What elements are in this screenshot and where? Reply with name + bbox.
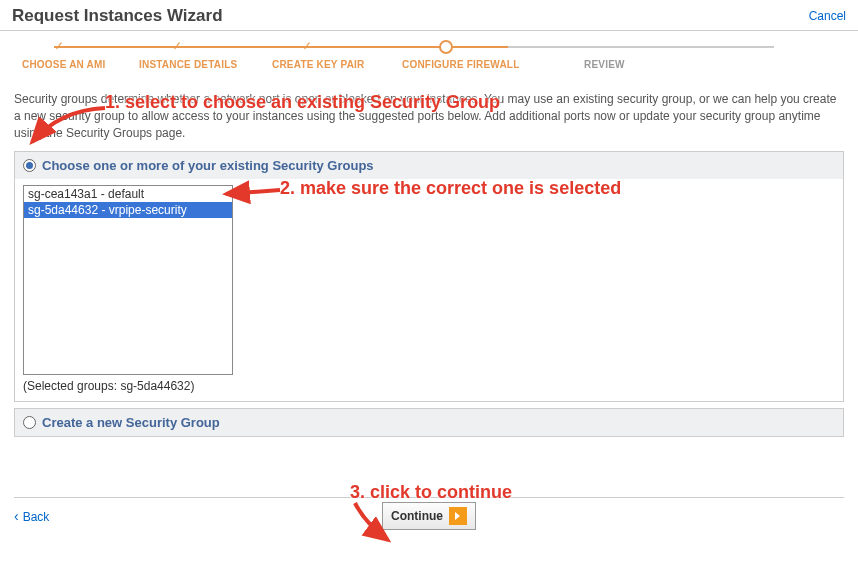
- existing-sg-header[interactable]: Choose one or more of your existing Secu…: [15, 152, 843, 179]
- wizard-footer: Back Continue: [0, 498, 858, 534]
- description-text: Security groups determine whether a netw…: [0, 81, 858, 147]
- list-item[interactable]: sg-cea143a1 - default: [24, 186, 232, 202]
- create-sg-header[interactable]: Create a new Security Group: [15, 409, 843, 436]
- step-ami[interactable]: CHOOSE AN AMI: [22, 59, 106, 70]
- step-firewall[interactable]: CONFIGURE FIREWALL: [402, 59, 519, 70]
- continue-label: Continue: [391, 509, 443, 523]
- current-step-dot: [439, 40, 453, 54]
- existing-sg-title: Choose one or more of your existing Secu…: [42, 158, 374, 173]
- existing-sg-panel: Choose one or more of your existing Secu…: [14, 151, 844, 402]
- wizard-title: Request Instances Wizard: [12, 6, 223, 26]
- create-sg-title: Create a new Security Group: [42, 415, 220, 430]
- cancel-link[interactable]: Cancel: [809, 9, 846, 23]
- wizard-header: Request Instances Wizard Cancel: [0, 0, 858, 31]
- back-link[interactable]: Back: [14, 508, 49, 524]
- wizard-stepper: ✓ ✓ ✓ CHOOSE AN AMI INSTANCE DETAILS CRE…: [14, 37, 844, 77]
- existing-sg-radio[interactable]: [23, 159, 36, 172]
- step-review: REVIEW: [584, 59, 625, 70]
- selected-groups-text: (Selected groups: sg-5da44632): [23, 379, 835, 393]
- create-sg-panel: Create a new Security Group: [14, 408, 844, 437]
- step-keypair[interactable]: CREATE KEY PAIR: [272, 59, 364, 70]
- arrow-right-icon: [449, 507, 467, 525]
- step-details[interactable]: INSTANCE DETAILS: [139, 59, 237, 70]
- continue-button[interactable]: Continue: [382, 502, 476, 530]
- security-group-list[interactable]: sg-cea143a1 - default sg-5da44632 - vrpi…: [23, 185, 233, 375]
- list-item[interactable]: sg-5da44632 - vrpipe-security: [24, 202, 232, 218]
- create-sg-radio[interactable]: [23, 416, 36, 429]
